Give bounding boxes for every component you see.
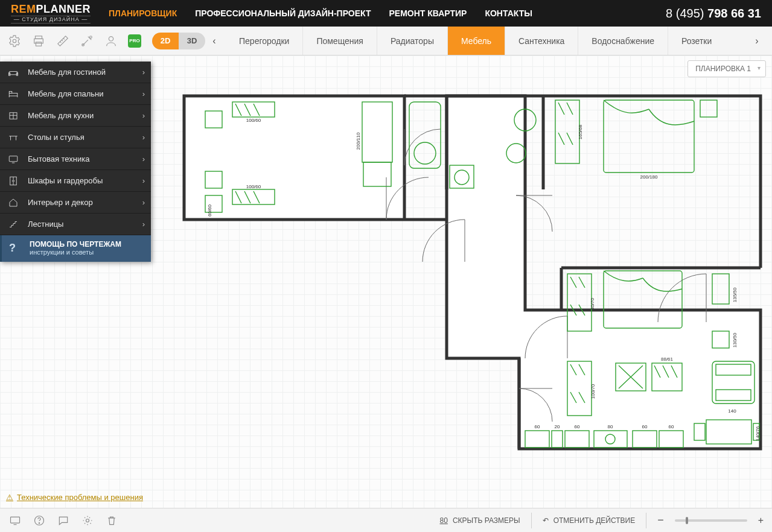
undo-icon: ↶ — [543, 516, 549, 525]
sidebar-item-kitchen[interactable]: Мебель для кухни› — [0, 105, 151, 127]
svg-rect-28 — [604, 100, 694, 173]
help-subtitle: инструкции и советы — [30, 249, 121, 256]
sidebar-item-label: Столы и стулья — [28, 133, 85, 142]
svg-point-0 — [13, 39, 16, 43]
tabs-scroll-left-icon[interactable]: ‹ — [205, 36, 223, 46]
zoom-slider[interactable] — [675, 519, 747, 522]
sidebar-item-appliances[interactable]: Бытовая техника› — [0, 148, 151, 170]
sidebar-item-label: Лестницы — [28, 220, 63, 229]
sidebar-help[interactable]: ? ПОМОЩЬ ПО ЧЕРТЕЖАМ инструкции и советы — [0, 235, 151, 262]
main-nav: ПЛАНИРОВЩИК ПРОФЕССИОНАЛЬНЫЙ ДИЗАЙН-ПРОЕ… — [109, 8, 532, 18]
view-3d-button[interactable]: 3D — [179, 33, 205, 49]
tabs-scroll-right-icon[interactable]: › — [748, 36, 766, 46]
wardrobe-icon — [7, 175, 19, 187]
svg-rect-3 — [36, 42, 41, 45]
tools-icon[interactable] — [80, 34, 94, 48]
warning-icon: ⚠ — [6, 493, 13, 502]
sidebar-item-wardrobes[interactable]: Шкафы и гардеробы› — [0, 170, 151, 192]
sidebar-item-decor[interactable]: Интерьер и декор› — [0, 192, 151, 214]
tech-problems-link[interactable]: ⚠ Технические проблемы и решения — [6, 493, 143, 502]
print-icon[interactable] — [31, 34, 46, 48]
chevron-right-icon: › — [142, 89, 145, 98]
sidebar-item-living[interactable]: Мебель для гостиной› — [0, 62, 151, 83]
tab-plumbing[interactable]: Сантехника — [505, 27, 578, 55]
chevron-right-icon: › — [142, 220, 145, 229]
nav-planner[interactable]: ПЛАНИРОВЩИК — [109, 8, 177, 18]
zoom-out-button[interactable]: − — [657, 514, 664, 527]
category-tabs: Перегородки Помещения Радиаторы Мебель С… — [226, 27, 748, 55]
svg-point-86 — [12, 180, 13, 181]
zoom-in-button[interactable]: + — [758, 515, 764, 526]
question-icon: ? — [9, 242, 21, 255]
chevron-right-icon: › — [142, 111, 145, 120]
pro-badge[interactable]: PRO — [128, 34, 141, 48]
hide-sizes-button[interactable]: 80 СКРЫТЬ РАЗМЕРЫ — [440, 516, 520, 525]
svg-text:60: 60 — [669, 424, 674, 429]
svg-text:100/60: 100/60 — [246, 118, 261, 123]
svg-rect-1 — [36, 36, 42, 39]
person-icon[interactable] — [104, 34, 118, 48]
svg-point-22 — [414, 142, 436, 164]
settings-icon[interactable] — [7, 34, 22, 48]
svg-text:20: 20 — [555, 424, 560, 429]
svg-text:140: 140 — [728, 408, 736, 414]
undo-label: ОТМЕНИТЬ ДЕЙСТВИЕ — [553, 516, 635, 525]
separator — [531, 513, 532, 528]
sidebar-item-tables[interactable]: Столы и стулья› — [0, 127, 151, 148]
phone-number[interactable]: 8 (495) 798 66 31 — [666, 7, 761, 21]
logo[interactable]: REMPLANNER — СТУДИЯ ДИЗАЙНА — — [11, 4, 91, 24]
gear-icon[interactable] — [81, 514, 94, 527]
ruler-icon[interactable] — [56, 34, 70, 48]
tab-walls[interactable]: Перегородки — [226, 27, 302, 55]
sidebar-item-label: Шкафы и гардеробы — [28, 176, 103, 185]
svg-text:80: 80 — [608, 424, 613, 429]
svg-text:60: 60 — [642, 424, 648, 429]
sidebar-item-label: Интерьер и декор — [28, 198, 93, 207]
nav-contacts[interactable]: КОНТАКТЫ — [485, 8, 532, 18]
tv-icon — [7, 153, 19, 165]
chevron-right-icon: › — [142, 133, 145, 142]
plan-dropdown[interactable]: ПЛАНИРОВКА 1 — [687, 60, 766, 77]
bed-icon — [7, 88, 19, 100]
tab-water[interactable]: Водоснабжение — [578, 27, 668, 55]
trash-icon[interactable] — [105, 514, 118, 527]
svg-text:40/70: 40/70 — [590, 297, 595, 310]
view-toggle: 2D 3D — [152, 33, 205, 49]
tech-problems-label: Технические проблемы и решения — [17, 493, 143, 502]
undo-button[interactable]: ↶ ОТМЕНИТЬ ДЕЙСТВИЕ — [543, 516, 635, 525]
help-icon[interactable] — [33, 514, 46, 527]
view-2d-button[interactable]: 2D — [152, 33, 179, 49]
svg-point-90 — [39, 522, 39, 523]
chevron-right-icon: › — [142, 198, 145, 207]
tab-sockets[interactable]: Розетки — [668, 27, 725, 55]
toolbar: PRO 2D 3D ‹ Перегородки Помещения Радиат… — [0, 27, 772, 55]
svg-rect-29 — [700, 100, 717, 117]
svg-rect-33 — [712, 274, 729, 304]
chat-icon[interactable] — [57, 514, 70, 527]
sidebar-item-label: Мебель для спальни — [28, 89, 104, 98]
svg-point-91 — [86, 519, 89, 522]
sidebar-item-label: Мебель для гостиной — [28, 68, 106, 77]
sidebar-item-bedroom[interactable]: Мебель для спальни› — [0, 83, 151, 105]
sofa-icon — [7, 66, 19, 78]
svg-point-87 — [14, 180, 14, 181]
screen-icon[interactable] — [8, 514, 22, 527]
tab-rooms[interactable]: Помещения — [302, 27, 377, 55]
svg-text:88/61: 88/61 — [661, 356, 674, 362]
tab-furniture[interactable]: Мебель — [447, 27, 505, 55]
chevron-right-icon: › — [142, 154, 145, 163]
svg-text:200/180: 200/180 — [640, 174, 658, 180]
svg-point-6 — [109, 36, 113, 40]
logo-text: REMPLANNER — [11, 4, 91, 14]
svg-text:165/68: 165/68 — [578, 124, 583, 139]
svg-text:60: 60 — [575, 424, 580, 429]
tab-radiators[interactable]: Радиаторы — [377, 27, 447, 55]
floorplan-drawing[interactable]: 100/60 100/60 60/60 200/110 165/68 200/1… — [181, 93, 767, 467]
nav-renovation[interactable]: РЕМОНТ КВАРТИР — [389, 8, 467, 18]
svg-rect-27 — [555, 100, 579, 163]
sidebar-item-stairs[interactable]: Лестницы› — [0, 214, 151, 235]
nav-design-project[interactable]: ПРОФЕССИОНАЛЬНЫЙ ДИЗАЙН-ПРОЕКТ — [195, 8, 371, 18]
svg-text:200/110: 200/110 — [356, 132, 361, 150]
sidebar-item-label: Бытовая техника — [28, 154, 89, 163]
kitchen-icon — [7, 110, 19, 122]
